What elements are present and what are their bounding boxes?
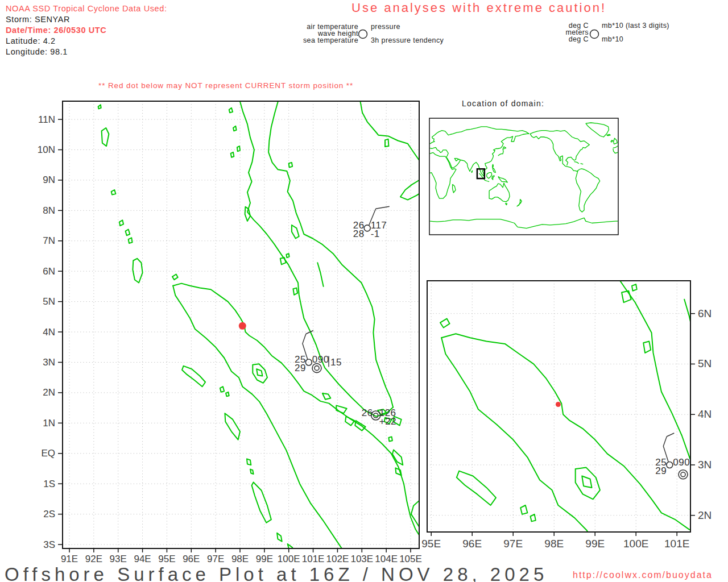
y-axis-label: 1S (43, 479, 55, 489)
coastline (362, 244, 369, 254)
coastline (641, 237, 653, 259)
y-axis-label: 1N (43, 418, 55, 429)
coastline (562, 207, 572, 231)
main-map-content: 2628117-125290901526126+22 (63, 99, 420, 556)
coastline (531, 514, 536, 522)
world-coastline (611, 140, 613, 142)
coastline (126, 230, 130, 236)
y-axis-label: 4N (698, 408, 712, 420)
world-coastline (517, 199, 522, 206)
buoy-surface-plot-page: 2628117-125290901526126+2291E92E93E94E95… (0, 0, 728, 582)
coastline (440, 319, 450, 328)
coastline (360, 99, 420, 162)
y-axis-label: 4N (43, 327, 55, 338)
world-coastline (487, 173, 492, 178)
coastline (392, 450, 403, 465)
coastline (317, 263, 323, 286)
coastline (280, 257, 286, 264)
x-axis-label: 91E (61, 554, 78, 564)
x-axis-label: 103E (350, 554, 373, 564)
coastline (457, 471, 496, 505)
coastline (632, 284, 637, 291)
world-coastline (498, 177, 508, 182)
station-pressure: 090 (673, 457, 690, 468)
units-mb10-digits-label: mb*10 (last 3 digits) (602, 23, 669, 30)
x-axis-label: 104E (375, 554, 398, 564)
coastline (322, 393, 331, 400)
station-pressure: 15 (330, 357, 342, 368)
x-axis-label: 92E (85, 554, 102, 564)
coastline (582, 476, 592, 488)
storm-latitude-line: Latitude: 4.2 (6, 36, 167, 47)
coastline (225, 413, 240, 440)
y-axis-label: 3N (43, 357, 55, 368)
coastline (576, 467, 600, 499)
world-coastline (429, 218, 618, 228)
inset-map-content: 2628117-125290901526126+22 (316, 28, 728, 582)
x-axis-label: 96E (462, 538, 482, 550)
world-coastline (471, 171, 473, 172)
coastline (172, 275, 178, 280)
main-map: 2628117-125290901526126+2291E92E93E94E95… (38, 99, 422, 564)
y-axis-label: 7N (43, 235, 55, 246)
storm-position-dot (556, 402, 561, 407)
source-url[interactable]: http://coolwx.com/buoydata (573, 570, 713, 580)
world-coastline (613, 149, 618, 153)
coastline (102, 128, 109, 146)
y-axis-label: 6N (698, 307, 712, 319)
red-dot-warning: ** Red dot below may NOT represent CURRE… (98, 81, 353, 90)
coastline (220, 386, 224, 392)
x-axis-label: 94E (134, 554, 151, 564)
x-axis-label: 99E (585, 538, 605, 550)
station-sea-temp: 29 (655, 465, 667, 476)
y-axis-label: 5N (43, 296, 55, 307)
coastline (250, 469, 254, 475)
units-legend-left: deg C meters deg C (523, 23, 589, 43)
coastline (111, 190, 116, 195)
world-coastline (506, 203, 507, 205)
station-104e-1n: 26126+22 (362, 408, 396, 427)
world-coastline (493, 164, 496, 173)
storm-longitude-line: Longitude: 98.1 (6, 47, 167, 57)
coastline (636, 133, 642, 141)
station-sea-temp: 29 (295, 363, 306, 373)
y-axis-label: EQ (41, 448, 55, 459)
units-degc-label-2: deg C (523, 36, 589, 43)
coastline (543, 72, 548, 80)
coastline (716, 537, 728, 550)
y-axis-label: 8N (43, 205, 55, 216)
coastline (385, 139, 388, 147)
world-coastline (453, 184, 456, 193)
world-coastline (429, 152, 456, 198)
station-tendency: +22 (379, 416, 396, 427)
world-locator-map (429, 118, 618, 235)
x-axis-label: 101E (664, 538, 689, 550)
station-sea-temp: 28 (353, 228, 365, 239)
coastline (366, 258, 373, 267)
storm-datetime-line: Date/Time: 26/0530 UTC (6, 25, 167, 36)
coastline (229, 108, 233, 113)
units-station-circle-icon (590, 30, 599, 39)
coastline (286, 253, 289, 257)
y-axis-label: 11N (38, 114, 55, 125)
caution-banner: Use analyses with extreme caution! (351, 1, 606, 15)
world-coastline (576, 169, 599, 212)
coastline (257, 369, 262, 376)
x-axis-label: 96E (183, 554, 200, 564)
coastline (400, 180, 420, 200)
world-coastline (581, 164, 584, 164)
x-axis-label: 101E (302, 554, 325, 564)
y-axis-label: 2S (43, 509, 55, 519)
coastline (553, 28, 728, 555)
station-air-temp: 26 (362, 408, 373, 418)
y-axis-label: 3S (43, 539, 55, 550)
station-103e-7n: 2628117-1 (353, 206, 390, 239)
world-coastline (607, 135, 611, 136)
x-axis-label: 97E (207, 554, 224, 564)
domain-inset-title: Location of domain: (462, 99, 544, 108)
x-axis-label: 99E (256, 554, 273, 564)
legend-sea-temperature-label: sea temperature (239, 38, 358, 44)
x-axis-label: 100E (278, 554, 300, 564)
coastline (182, 366, 205, 386)
plot-title: Offshore Surface Plot at 16Z / NOV 28, 2… (5, 564, 548, 582)
